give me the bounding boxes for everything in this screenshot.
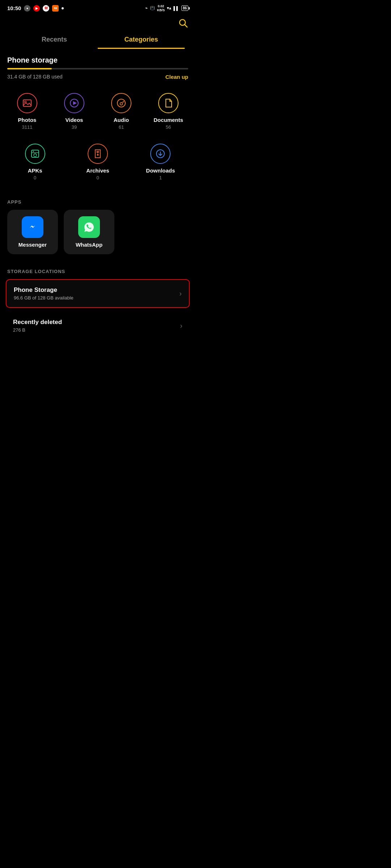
status-bar: 10:50 ● ▶ M Mi ⌁ 📳 0.02KB/S ▾▴ ▌▌ 86: [0, 0, 196, 15]
videos-count: 39: [72, 124, 77, 130]
search-button[interactable]: [178, 18, 188, 31]
battery-indicator: 86: [181, 5, 188, 11]
category-archives[interactable]: Archives 0: [66, 138, 129, 185]
apps-section-label: APPS: [0, 196, 196, 210]
svg-point-7: [120, 102, 123, 105]
whatsapp-icon: [78, 216, 100, 238]
recently-deleted-title: Recently deleted: [13, 319, 62, 326]
tab-bar: Recents Categories: [0, 32, 196, 49]
messenger-icon: [22, 216, 43, 238]
app-whatsapp[interactable]: WhatsApp: [64, 210, 114, 254]
storage-info: 31.4 GB of 128 GB used Clean up: [0, 72, 196, 87]
recently-deleted-item[interactable]: Recently deleted 276 B ›: [6, 312, 190, 339]
search-row: [0, 15, 196, 32]
phone-storage-chevron: ›: [179, 289, 182, 298]
svg-point-6: [117, 99, 125, 107]
phone-storage-item-sub: 96.6 GB of 128 GB available: [14, 295, 73, 301]
status-right: ⌁ 📳 0.02KB/S ▾▴ ▌▌ 86: [145, 4, 188, 12]
bluetooth-icon: ⌁: [145, 6, 148, 10]
svg-point-12: [33, 151, 34, 152]
audio-count: 61: [119, 124, 124, 130]
youtube-icon: ▶: [33, 5, 40, 12]
tab-categories[interactable]: Categories: [98, 32, 185, 49]
videos-icon: [64, 93, 84, 113]
apps-row: Messenger WhatsApp: [0, 210, 196, 265]
vibrate-icon: 📳: [150, 6, 155, 10]
photos-icon: [17, 93, 37, 113]
dot-notification: [62, 7, 64, 9]
apks-icon: [25, 144, 45, 164]
whatsapp-label: WhatsApp: [76, 242, 102, 248]
phone-storage-item[interactable]: Phone Storage 96.6 GB of 128 GB availabl…: [6, 279, 190, 308]
storage-used-text: 31.4 GB of 128 GB used: [7, 74, 63, 80]
audio-label: Audio: [114, 117, 129, 123]
category-photos[interactable]: Photos 3111: [4, 87, 51, 134]
downloads-count: 1: [159, 175, 162, 180]
mi-icon: Mi: [52, 5, 59, 12]
storage-locations-label: STORAGE LOCATIONS: [0, 265, 196, 279]
status-left: 10:50 ● ▶ M Mi: [7, 5, 64, 12]
svg-line-16: [36, 154, 37, 154]
storage-bar: [0, 68, 196, 69]
storage-bar-fill: [7, 68, 52, 69]
category-grid-row1: Photos 3111 Videos 39 Audio 61: [0, 87, 196, 138]
audio-icon: [111, 93, 131, 113]
category-documents[interactable]: Documents 56: [145, 87, 192, 134]
wifi-icon: ▾▴: [167, 6, 171, 10]
recently-deleted-info: Recently deleted 276 B: [13, 319, 62, 333]
archives-count: 0: [96, 175, 99, 180]
phone-storage-title: Phone storage: [0, 56, 196, 67]
phone-storage-item-title: Phone Storage: [14, 286, 73, 294]
net-speed: 0.02KB/S: [157, 4, 165, 12]
svg-rect-2: [23, 100, 31, 106]
category-apks[interactable]: APKs 0: [4, 138, 66, 185]
photos-count: 3111: [22, 124, 33, 130]
gmail-icon: M: [43, 5, 49, 12]
videos-label: Videos: [66, 117, 83, 123]
apks-label: APKs: [28, 167, 42, 174]
photos-label: Photos: [18, 117, 37, 123]
recently-deleted-chevron: ›: [180, 322, 182, 330]
category-videos[interactable]: Videos 39: [51, 87, 98, 134]
archives-label: Archives: [86, 167, 109, 174]
recently-deleted-sub: 276 B: [13, 327, 62, 333]
documents-label: Documents: [154, 117, 183, 123]
category-audio[interactable]: Audio 61: [98, 87, 145, 134]
svg-point-17: [97, 154, 98, 156]
cleanup-button[interactable]: Clean up: [165, 74, 188, 80]
svg-line-1: [185, 25, 187, 27]
phone-storage-info: Phone Storage 96.6 GB of 128 GB availabl…: [14, 286, 73, 301]
signal-icon: ▌▌: [173, 6, 179, 10]
tab-recents[interactable]: Recents: [11, 32, 98, 49]
status-time: 10:50: [7, 5, 21, 11]
category-downloads[interactable]: Downloads 1: [129, 138, 192, 185]
storage-bar-bg: [7, 68, 188, 69]
apks-count: 0: [34, 175, 36, 180]
app-messenger[interactable]: Messenger: [7, 210, 58, 254]
svg-line-15: [34, 154, 34, 154]
messenger-label: Messenger: [18, 242, 47, 248]
downloads-icon: [150, 144, 171, 164]
downloads-label: Downloads: [146, 167, 175, 174]
documents-icon: [158, 93, 178, 113]
archives-icon: [88, 144, 108, 164]
svg-marker-5: [73, 101, 77, 105]
notification-icon-1: ●: [24, 5, 30, 12]
documents-count: 56: [166, 124, 171, 130]
category-grid-row2: APKs 0 Archives 0 Downloads 1: [0, 138, 196, 196]
